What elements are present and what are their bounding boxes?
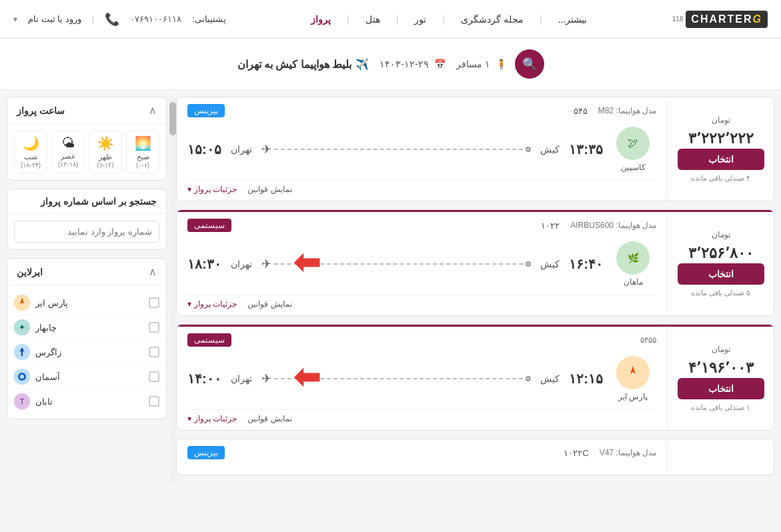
nav-tourism[interactable]: مجله گردشگری — [461, 14, 524, 25]
route-plane-1: ✈ — [261, 142, 271, 157]
flight-num-2: ۱۰۲۲ — [541, 221, 560, 231]
time-cell-night[interactable]: 🌙 شب (۱۸-۲۴) — [14, 131, 47, 173]
nav-tour[interactable]: تور — [414, 14, 426, 25]
model-2: مدل هواپیما: AIRBUS600 — [570, 221, 656, 230]
scroll-track[interactable] — [169, 97, 176, 483]
nav-sep5: | — [92, 14, 94, 24]
airline-checkbox-2[interactable] — [149, 347, 159, 357]
arrive-city-1: تهران — [231, 144, 252, 155]
logo-g-letter: G — [753, 13, 762, 25]
morning-icon: 🌅 — [135, 135, 151, 151]
badge-3: سیستمی — [187, 333, 231, 347]
svg-text:🕊: 🕊 — [628, 137, 638, 149]
details-3[interactable]: جزئیات پرواز ▾ — [187, 414, 237, 423]
select-btn-1[interactable]: انتخاب — [678, 149, 764, 170]
passengers-icon: 🧍 — [496, 59, 507, 69]
depart-time-2: ۱۶:۴۰ — [569, 256, 603, 272]
calendar-icon: 📅 — [434, 59, 446, 69]
arrive-time-2: ۱۸:۳۰ — [187, 256, 221, 272]
flight-price-2: تومان ۳٬۲۵۶٬۸۰۰ انتخاب ۵ صندلی باقی ماند… — [667, 212, 774, 315]
flight-main-1: مدل هواپیما: M82 ۵۴۵ بیزینس 🕊 — [177, 97, 667, 201]
time-cell-noon[interactable]: ☀️ ظهر (۶-۱۲) — [89, 131, 122, 173]
airline-filter-name-1: چابهار — [35, 323, 57, 333]
flight-number-input[interactable] — [14, 221, 159, 243]
airline-right-0: پارس ایر — [14, 295, 68, 311]
airline-right-3: آسمان — [14, 369, 60, 385]
sidebar-airline-filter: ∧ ایرلاین پارس ایر چابهار — [7, 258, 167, 419]
airline-filter-item-3: آسمان — [14, 365, 159, 389]
nav-flight[interactable]: پرواز — [311, 14, 331, 25]
details-1[interactable]: جزئیات پرواز ▾ — [187, 185, 237, 194]
seats-1: ۴ صندلی باقی مانده — [691, 174, 750, 183]
arrow-indicator-2: ⬅ — [293, 247, 320, 279]
airline-checkbox-1[interactable] — [149, 322, 159, 333]
select-btn-3[interactable]: انتخاب — [678, 378, 764, 399]
night-label: شب — [24, 153, 37, 161]
flight-top-2: مدل هواپیما: AIRBUS600 ۱۰۲۲ سیستمی — [187, 219, 656, 232]
route-row-3: پارس ایر ۱۲:۱۵ کیش ✈ تهران ۱۴ — [187, 353, 656, 404]
time-cell-morning[interactable]: 🌅 صبح (۰-۶) — [126, 131, 159, 173]
price-3: ۴٬۱۹۶٬۰۰۳ — [688, 359, 754, 377]
bottom-row-1: نمایش قوانین جزئیات پرواز ▾ — [187, 180, 656, 194]
flight-top-4: مدل هواپیما: V47 ۱۰۲۲C بیزینس — [187, 446, 656, 459]
bottom-row-3: نمایش قوانین جزئیات پرواز ▾ — [187, 409, 656, 423]
noon-range: (۶-۱۲) — [97, 161, 113, 169]
flight-main-3: ۵۴۵۵ سیستمی پارس ایر — [177, 327, 667, 430]
login-link[interactable]: ورود یا ثبت نام — [28, 14, 81, 24]
currency-2: تومان — [712, 230, 730, 239]
arrow-indicator-3: ⬅ — [293, 361, 320, 393]
flight-time-title: ساعت پرواز — [17, 105, 65, 116]
passengers-info: 🧍 ۱ مسافر — [456, 59, 507, 69]
afternoon-icon: 🌤 — [61, 135, 75, 151]
search-button[interactable]: 🔍 — [515, 49, 544, 79]
passengers-text: ۱ مسافر — [456, 59, 490, 69]
airline-name-3: پارس ایر — [618, 392, 648, 401]
seats-2: ۵ صندلی باقی مانده — [691, 289, 750, 297]
airline-filter-name-2: زاگرس — [35, 347, 61, 357]
rules-3[interactable]: نمایش قوانین — [247, 414, 291, 423]
sidebar-airline-header[interactable]: ∧ ایرلاین — [7, 259, 166, 285]
route-dot-start-3 — [526, 376, 531, 381]
route-plane-2: ✈ — [261, 257, 271, 271]
noon-icon: ☀️ — [97, 135, 114, 151]
rules-1[interactable]: نمایش قوانین — [247, 185, 291, 194]
nav-bishtare[interactable]: بیشتر... — [558, 14, 588, 25]
airline-filter-logo-3 — [14, 369, 30, 385]
arrive-time-1: ۱۵:۰۵ — [187, 141, 221, 157]
airline-filter-item-0: پارس ایر — [14, 291, 159, 315]
route-dashes-1 — [274, 149, 524, 150]
airline-checkbox-0[interactable] — [149, 297, 159, 308]
badge-row-4: مدل هواپیما: V47 ۱۰۲۲C — [564, 448, 656, 458]
flight-card-3-inner: تومان ۴٬۱۹۶٬۰۰۳ انتخاب ۱ صندلی باقی ماند… — [177, 327, 774, 430]
nav-sep4: | — [347, 14, 349, 25]
rules-2[interactable]: نمایش قوانین — [247, 299, 291, 309]
night-icon: 🌙 — [23, 135, 39, 151]
flight-card-2: تومان ۳٬۲۵۶٬۸۰۰ انتخاب ۵ صندلی باقی ماند… — [176, 209, 774, 316]
airline-logo-3 — [616, 356, 650, 389]
header: GCHARTER 118 بیشتر... | مجله گردشگری | ت… — [0, 0, 781, 39]
airline-checkbox-3[interactable] — [149, 371, 159, 382]
sidebar-flight-number: جستجو بر اساس شماره پرواز — [7, 189, 167, 250]
details-2[interactable]: جزئیات پرواز ▾ — [187, 299, 237, 309]
scroll-container: تومان ۳٬۲۲۲٬۲۲۲ انتخاب ۴ صندلی باقی ماند… — [167, 97, 774, 483]
noon-label: ظهر — [99, 153, 112, 161]
sidebar-flight-number-header[interactable]: جستجو بر اساس شماره پرواز — [7, 189, 166, 214]
logo[interactable]: GCHARTER 118 — [672, 11, 768, 28]
airline-area-1: 🕊 کاسپین — [610, 124, 656, 175]
search-bar-content: 🧍 ۱ مسافر 📅 ۱۴۰۳-۱۲-۲۹ ✈️ بلیط هواپیما ک… — [237, 58, 507, 71]
select-btn-2[interactable]: انتخاب — [678, 263, 764, 285]
arrive-city-2: تهران — [231, 259, 252, 269]
currency-3: تومان — [712, 345, 730, 354]
details-text-3: جزئیات پرواز — [194, 414, 237, 423]
logo-charter-text: CHARTER — [691, 13, 752, 25]
airline-filter-logo-1: ✦ — [14, 319, 30, 335]
scroll-thumb — [169, 102, 176, 135]
sidebar-flight-time-header[interactable]: ∧ ساعت پرواز — [7, 97, 166, 124]
airline-checkbox-4[interactable] — [149, 396, 159, 407]
afternoon-label: عصر — [61, 152, 76, 161]
svg-point-12 — [20, 375, 24, 379]
time-cell-afternoon[interactable]: 🌤 عصر (۱۲-۱۸) — [51, 131, 85, 173]
flight-card-4: مدل هواپیما: V47 ۱۰۲۲C بیزینس — [176, 439, 774, 475]
nav-hotel[interactable]: هتل — [365, 14, 380, 25]
logo-subtitle: 118 — [672, 15, 684, 23]
